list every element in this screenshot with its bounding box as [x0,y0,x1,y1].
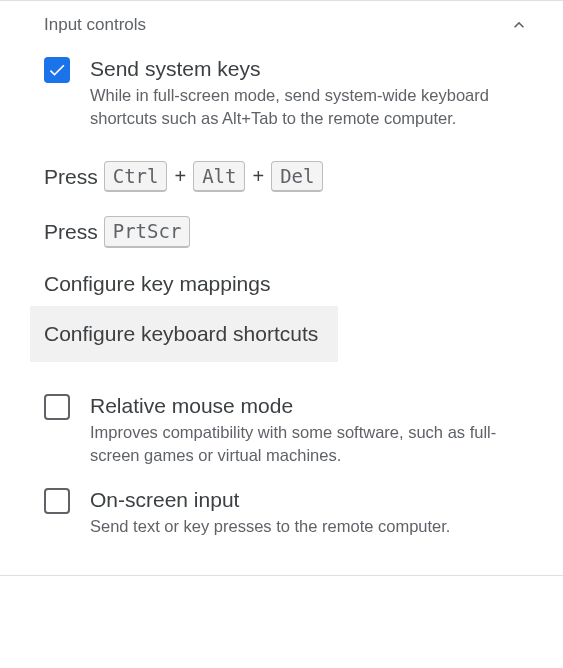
key-prtscr: PrtScr [104,216,191,248]
key-del: Del [271,161,323,193]
relative-mouse-option[interactable]: Relative mouse mode Improves compatibili… [0,382,563,476]
relative-mouse-body: Relative mouse mode Improves compatibili… [90,392,531,466]
send-system-keys-body: Send system keys While in full-screen mo… [90,55,531,129]
check-icon [47,60,67,80]
configure-keyboard-shortcuts-button[interactable]: Configure keyboard shortcuts [30,306,338,362]
configure-keyboard-shortcuts-label: Configure keyboard shortcuts [44,322,318,346]
configure-key-mappings-button[interactable]: Configure key mappings [0,258,563,306]
panel-header[interactable]: Input controls [0,1,563,45]
press-label: Press [44,220,98,244]
send-system-keys-description: While in full-screen mode, send system-w… [90,84,531,129]
press-ctrl-alt-del-button[interactable]: Press Ctrl + Alt + Del [0,147,563,203]
key-alt: Alt [193,161,245,193]
on-screen-input-checkbox[interactable] [44,488,70,514]
relative-mouse-checkbox[interactable] [44,394,70,420]
chevron-up-icon [507,13,531,37]
input-controls-panel: Input controls Send system keys While in… [0,0,563,576]
on-screen-input-title: On-screen input [90,486,531,513]
key-ctrl: Ctrl [104,161,168,193]
plus-icon: + [252,165,264,188]
relative-mouse-title: Relative mouse mode [90,392,531,419]
panel-title: Input controls [44,15,146,35]
on-screen-input-option[interactable]: On-screen input Send text or key presses… [0,476,563,548]
plus-icon: + [174,165,186,188]
press-prtscr-button[interactable]: Press PrtScr [0,202,563,258]
send-system-keys-title: Send system keys [90,55,531,82]
send-system-keys-checkbox[interactable] [44,57,70,83]
send-system-keys-option[interactable]: Send system keys While in full-screen mo… [0,45,563,139]
relative-mouse-description: Improves compatibility with some softwar… [90,421,531,466]
on-screen-input-description: Send text or key presses to the remote c… [90,515,531,537]
press-label: Press [44,165,98,189]
configure-key-mappings-label: Configure key mappings [44,272,270,296]
on-screen-input-body: On-screen input Send text or key presses… [90,486,531,538]
